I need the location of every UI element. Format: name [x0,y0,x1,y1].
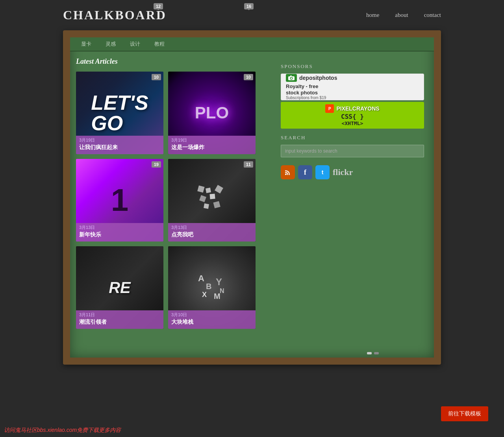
page-dot-1[interactable] [367,352,372,354]
article-title-6: 大块堆栈 [171,319,252,326]
sponsors-container: depositphotos Royalty - freestock photos… [281,74,424,129]
social-icons: f t flickr [281,165,424,179]
section-title: Latest Articles [76,57,277,66]
main-container: 显卡 灵感 设计 教程 Latest Articles LET'SGO [63,30,441,365]
sponsor-2[interactable]: P PIXELCRAYONS CSS{ } <XHTML> [281,102,424,129]
article-overlay-5: 3月11日 潮流引领者 [76,310,163,329]
articles-row-2: 1 19 3月13日 新年快乐 [76,159,277,242]
svg-text:X: X [202,291,207,299]
sponsors-title: SPONSORS [281,63,424,70]
article-card-4[interactable]: 11 3月13日 点亮我吧 [168,159,256,242]
tab-3[interactable]: 教程 [147,37,172,51]
svg-rect-5 [204,203,209,209]
article-overlay-2: 3月19日 这是一场爆炸 [168,136,256,154]
main-nav: home about contact [366,12,441,18]
article-date-3: 3月13日 [79,225,160,230]
article-title-2: 这是一场爆炸 [171,144,252,151]
article-date-4: 3月13日 [171,225,252,230]
article-date-6: 3月10日 [171,312,252,318]
pixel-row2: CSS{ } [341,113,364,120]
search-input[interactable] [281,145,424,157]
article-card-1[interactable]: LET'SGO 10 3月19日 让我们疯狂起来 [76,72,163,154]
svg-rect-16 [290,76,292,77]
flickr-text[interactable]: flickr [333,167,353,177]
svg-rect-1 [206,188,211,193]
article-card-3[interactable]: 1 19 3月13日 新年快乐 [76,159,163,242]
rss-icon[interactable] [281,165,295,179]
article-overlay-3: 3月13日 新年快乐 [76,223,163,242]
svg-rect-0 [197,185,204,192]
tab-0[interactable]: 显卡 [74,37,98,51]
svg-rect-3 [209,194,215,199]
articles-row-3: RE 3月11日 潮流引领者 [76,246,277,329]
nav-about[interactable]: about [395,12,408,18]
article-badge-2: 10 [244,74,253,80]
facebook-icon[interactable]: f [298,165,312,179]
comment-bubble-2: 16 [244,3,254,9]
article-date-5: 3月11日 [79,312,160,318]
article-title-3: 新年快乐 [79,231,160,238]
search-title: SEARCH [281,135,424,141]
tab-1[interactable]: 灵感 [98,37,123,51]
deposit-logo-text: depositphotos [299,75,337,81]
tab-2[interactable]: 设计 [123,37,147,51]
pagination [367,352,379,354]
watermark: 访问鬼马社区bbs.xienlao.com免费下载更多内容 [4,427,121,434]
article-date-1: 3月19日 [79,137,160,143]
article-card-2[interactable]: PLO 10 3月19日 这是一场爆炸 [168,72,256,154]
article-badge-1: 10 [152,74,161,80]
article-overlay-4: 3月13日 点亮我吧 [168,223,256,242]
deposit-tagline: Royalty - freestock photos [286,83,318,96]
page-dot-2[interactable] [374,352,379,354]
sponsor-1[interactable]: depositphotos Royalty - freestock photos… [281,74,424,100]
deposit-sub: Subscriptions from $19 [286,96,326,100]
pixel-brand: PIXELCRAYONS [336,105,379,112]
article-title-5: 潮流引领者 [79,319,160,326]
header: 12 16 CHALKBOARD home about contact [0,0,504,30]
svg-rect-4 [215,185,223,194]
sidebar: SPONSORS [277,57,428,329]
content-area: Latest Articles LET'SGO 10 3月19日 让 [70,52,434,335]
svg-text:Y: Y [216,277,222,287]
article-badge-4: 11 [244,161,253,168]
pixel-row3: <XHTML> [342,120,363,126]
article-overlay-6: 3月10日 大块堆栈 [168,310,256,329]
article-title-4: 点亮我吧 [171,231,252,238]
svg-point-15 [291,77,292,79]
articles-section: Latest Articles LET'SGO 10 3月19日 让 [76,57,277,329]
svg-text:B: B [206,282,211,291]
twitter-icon[interactable]: t [315,165,330,179]
logo: CHALKBOARD [63,8,167,22]
nav-home[interactable]: home [366,12,379,18]
articles-grid: LET'SGO 10 3月19日 让我们疯狂起来 PLO [76,72,277,329]
svg-rect-6 [213,201,220,208]
article-card-6[interactable]: A B Y X M N 3月10日 [168,246,256,329]
articles-row-1: LET'SGO 10 3月19日 让我们疯狂起来 PLO [76,72,277,154]
download-button[interactable]: 前往下载模板 [441,406,488,421]
deposit-cam-icon [286,74,297,82]
pixel-icon: P [325,104,334,113]
svg-text:A: A [198,273,204,283]
article-overlay-1: 3月19日 让我们疯狂起来 [76,136,163,154]
chalkboard: 显卡 灵感 设计 教程 Latest Articles LET'SGO [63,30,441,365]
article-badge-3: 19 [152,161,161,168]
tab-bar: 显卡 灵感 设计 教程 [70,37,434,52]
comment-bubble-1: 12 [154,3,163,9]
svg-rect-2 [199,195,206,202]
article-card-5[interactable]: RE 3月11日 潮流引领者 [76,246,163,329]
svg-text:N: N [220,288,224,294]
nav-contact[interactable]: contact [424,12,441,18]
article-date-2: 3月19日 [171,137,252,143]
article-title-1: 让我们疯狂起来 [79,144,160,151]
svg-point-17 [285,173,287,175]
